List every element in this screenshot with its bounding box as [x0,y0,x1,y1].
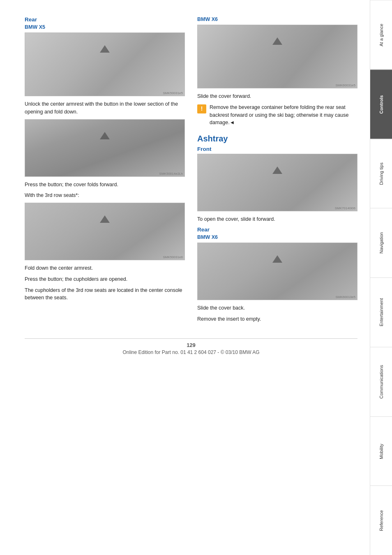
bmwx6-rear-heading: BMW X6 [197,234,357,240]
fold-down-text: Fold down the center armrest. [25,264,185,272]
unlock-text: Unlock the center armrest with the butto… [25,100,185,116]
bmwx5-top-image: SMK50031e5 [25,32,185,96]
sidebar-tab-navigation[interactable]: Navigation [370,208,392,278]
left-section-heading: Rear [25,16,185,23]
left-sub-heading: BMW X5 [25,24,185,30]
rear-ashtray-image: SMK60010e5 [197,243,357,300]
image-watermark-5: SMK70140l06 [335,206,355,210]
arrow-indicator-4 [272,37,282,45]
remove-insert-text: Remove the insert to empty. [197,315,357,323]
image-watermark-3: SMK50031e6 [163,255,183,259]
main-content: Rear BMW X5 SMK50031e5 Unlock the center… [0,0,370,555]
image-watermark-4: SMK60031e5 [336,83,355,87]
slide-cover-back-text: Slide the cover back. [197,304,357,312]
open-cover-text: To open the cover, slide it forward. [197,215,357,223]
arrow-indicator-5 [272,166,282,174]
bmwx5-bot-image: SMK50031e6 [25,203,185,260]
slide-cover-forward-text: Slide the cover forward. [197,92,357,100]
sidebar: At a glance Controls Driving tips Naviga… [370,0,392,555]
rear-heading: Rear [197,227,357,233]
image-watermark-6: SMK60010e5 [336,295,355,299]
footer-text: Online Edition for Part no. 01 41 2 604 … [122,349,259,355]
ashtray-heading: Ashtray [197,134,357,143]
arrow-indicator [100,45,110,53]
bmwx6-top-image: SMK60031e5 [197,25,357,88]
sidebar-tab-at-a-glance[interactable]: At a glance [370,0,392,69]
page-number: 129 [25,342,357,348]
bmwx5-mid-image: SMK50014e2Lh [25,119,185,177]
sidebar-tab-communications[interactable]: Communications [370,347,392,416]
front-ashtray-image: SMK70140l06 [197,154,357,211]
sidebar-tab-reference[interactable]: Reference [370,486,392,555]
right-column: BMW X6 SMK60031e5 Slide the cover forwar… [197,16,357,326]
sidebar-tab-driving-tips[interactable]: Driving tips [370,139,392,208]
arrow-indicator-6 [272,255,282,263]
warning-box: ! Remove the beverage container before f… [197,104,357,127]
press-button-text: Press the button; the cover folds forwar… [25,181,185,189]
third-row-text: With the 3rd row seats*: [25,192,185,199]
bmwx6-top-heading: BMW X6 [197,16,357,22]
warning-text: Remove the beverage container before fol… [210,104,357,127]
sidebar-tab-controls[interactable]: Controls [370,69,392,139]
front-heading: Front [197,146,357,152]
warning-icon: ! [197,104,206,113]
page-footer: 129 Online Edition for Part no. 01 41 2 … [25,338,357,355]
arrow-indicator-2 [100,132,110,139]
image-watermark-2: SMK50014e2Lh [159,172,183,176]
image-watermark: SMK50031e5 [163,91,183,95]
sidebar-tab-mobility[interactable]: Mobility [370,416,392,486]
third-row-console-text: The cupholders of the 3rd row seats are … [25,287,185,302]
cupholders-text: Press the button; the cupholders are ope… [25,275,185,283]
sidebar-tab-entertainment[interactable]: Entertainment [370,278,392,347]
arrow-indicator-3 [100,215,110,223]
left-column: Rear BMW X5 SMK50031e5 Unlock the center… [25,16,185,326]
